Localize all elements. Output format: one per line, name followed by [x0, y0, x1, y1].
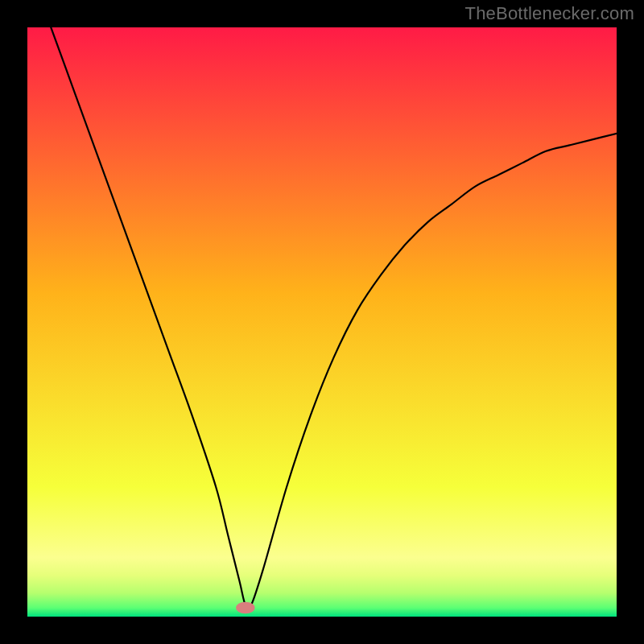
bottleneck-chart: [27, 27, 617, 617]
watermark-text: TheBottlenecker.com: [465, 3, 634, 24]
plot-background: [27, 27, 617, 617]
chart-frame: TheBottlenecker.com: [0, 0, 644, 644]
optimal-marker: [236, 602, 254, 614]
